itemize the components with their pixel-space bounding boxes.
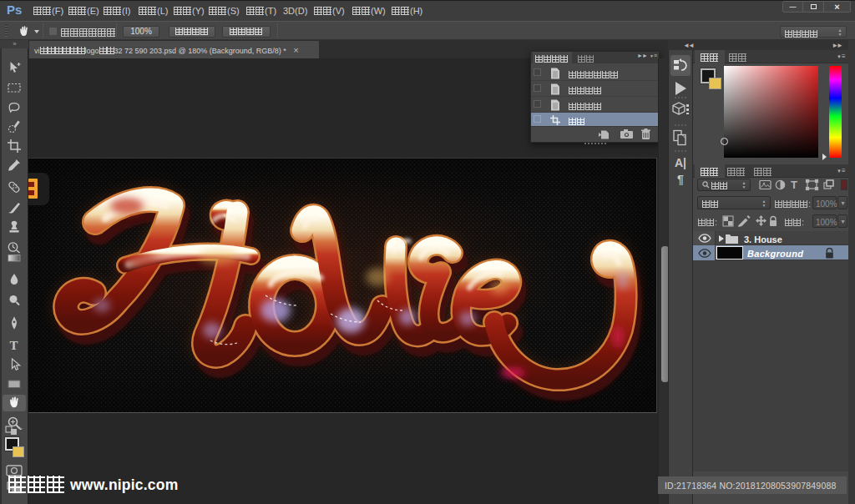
svg-text:T: T [10, 339, 18, 352]
svg-text:T: T [791, 179, 797, 191]
